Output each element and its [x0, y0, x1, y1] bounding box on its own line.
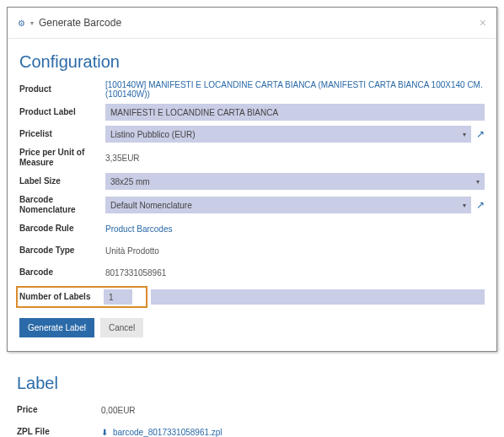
pricelist-label: Pricelist: [19, 129, 105, 139]
type-label: Barcode Type: [19, 245, 105, 256]
zplfile-label: ZPL File: [17, 427, 101, 437]
chevron-down-icon: ▾: [463, 202, 466, 209]
chevron-down-icon: ▾: [463, 131, 466, 138]
productlabel-label: Product Label: [19, 107, 105, 117]
row-numlabels: Number of Labels: [19, 286, 485, 308]
nomenclature-label: Barcode Nomenclature: [19, 195, 105, 215]
barcode-label: Barcode: [19, 267, 105, 278]
ppu-label: Price per Unit of Measure: [19, 148, 105, 168]
ppu-value: 3,35EUR: [105, 154, 140, 163]
modal-title: Generate Barcode: [39, 17, 121, 29]
settings-icon[interactable]: ⚙: [18, 19, 25, 28]
row-ppu: Price per Unit of Measure 3,35EUR: [19, 148, 485, 168]
barcode-value: 8017331058961: [105, 268, 166, 278]
generate-label-button[interactable]: Generate Label: [19, 318, 94, 337]
price-label: Price: [17, 405, 101, 415]
configuration-heading: Configuration: [19, 52, 485, 72]
modal-header: ⚙ ▾ Generate Barcode ×: [8, 8, 496, 39]
chevron-down-icon: ▾: [476, 178, 480, 186]
nomenclature-value: Default Nomenclature: [110, 201, 192, 210]
numlabels-input[interactable]: [104, 289, 132, 305]
numlabels-bar: [151, 289, 485, 305]
nomenclature-select[interactable]: Default Nomenclature ▾: [105, 197, 471, 213]
row-labelsize: Label Size 38x25 mm ▾: [19, 173, 485, 190]
labelsize-select[interactable]: 38x25 mm ▾: [105, 173, 485, 190]
row-productlabel: Product Label MANIFESTI E LOCANDINE CART…: [19, 104, 485, 121]
productlabel-value: MANIFESTI E LOCANDINE CARTA BIANCA: [110, 108, 278, 117]
close-icon[interactable]: ×: [480, 16, 486, 30]
external-link-icon[interactable]: ↗: [476, 199, 485, 211]
row-zplfile: ZPL File ⬇ barcode_8017331058961.zpl: [17, 424, 487, 437]
row-pricelist: Pricelist Listino Pubblico (EUR) ▾ ↗: [19, 126, 485, 143]
pricelist-value: Listino Pubblico (EUR): [110, 130, 196, 139]
row-nomenclature: Barcode Nomenclature Default Nomenclatur…: [19, 195, 485, 215]
label-heading: Label: [17, 374, 487, 393]
cancel-button[interactable]: Cancel: [100, 318, 143, 337]
row-type: Barcode Type Unità Prodotto: [19, 242, 485, 259]
row-barcode: Barcode 8017331058961: [19, 264, 485, 281]
row-rule: Barcode Rule Product Barcodes: [19, 220, 485, 237]
label-section: Label Price 0,00EUR ZPL File ⬇ barcode_8…: [0, 359, 504, 437]
download-icon[interactable]: ⬇: [101, 428, 108, 437]
external-link-icon[interactable]: ↗: [476, 128, 485, 140]
modal-body: Configuration Product [100140W] MANIFEST…: [8, 39, 496, 351]
product-value-link[interactable]: [100140W] MANIFESTI E LOCANDINE CARTA BI…: [105, 80, 485, 99]
caret-down-icon[interactable]: ▾: [30, 19, 34, 27]
product-label: Product: [19, 84, 105, 94]
generate-barcode-modal: ⚙ ▾ Generate Barcode × Configuration Pro…: [7, 7, 497, 352]
row-price: Price 0,00EUR: [17, 402, 487, 418]
price-value: 0,00EUR: [101, 406, 136, 415]
productlabel-input[interactable]: MANIFESTI E LOCANDINE CARTA BIANCA: [105, 104, 485, 121]
row-product: Product [100140W] MANIFESTI E LOCANDINE …: [19, 80, 485, 99]
modal-header-left: ⚙ ▾ Generate Barcode: [18, 17, 121, 29]
zplfile-link[interactable]: barcode_8017331058961.zpl: [113, 428, 223, 437]
numlabels-highlight: Number of Labels: [16, 286, 147, 308]
config-buttons: Generate Label Cancel: [19, 318, 485, 337]
labelsize-label: Label Size: [19, 176, 105, 186]
numlabels-label: Number of Labels: [19, 292, 104, 302]
pricelist-select[interactable]: Listino Pubblico (EUR) ▾: [105, 126, 471, 143]
labelsize-value: 38x25 mm: [110, 177, 150, 186]
rule-value-link[interactable]: Product Barcodes: [105, 224, 173, 234]
type-value: Unità Prodotto: [105, 246, 159, 256]
rule-label: Barcode Rule: [19, 224, 105, 234]
